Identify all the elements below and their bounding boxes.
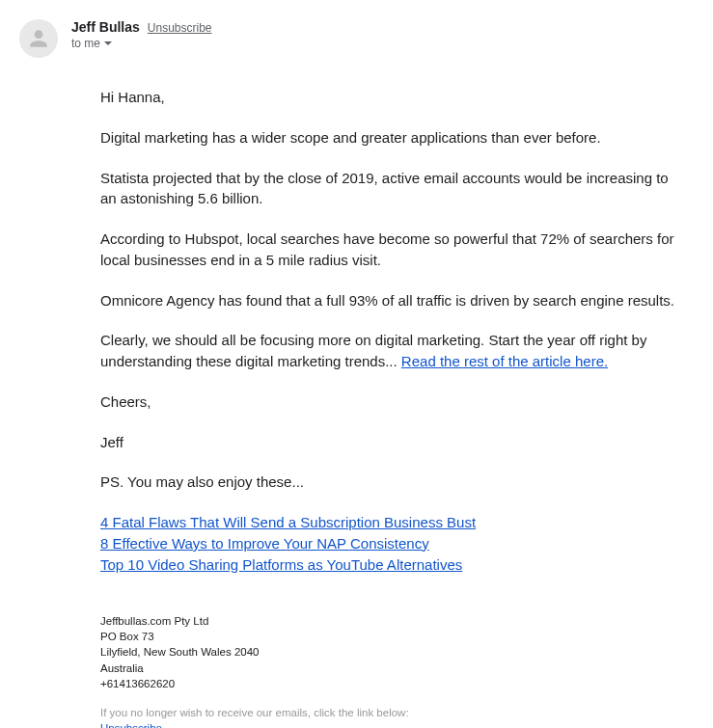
recipient-label: to me xyxy=(71,37,100,50)
footer: Jeffbullas.com Pty Ltd PO Box 73 Lilyfie… xyxy=(100,613,684,728)
paragraph-4: Omnicore Agency has found that a full 93… xyxy=(100,290,684,311)
paragraph-2: Statista projected that by the close of … xyxy=(100,168,684,210)
footer-pobox: PO Box 73 xyxy=(100,629,684,644)
sender-avatar[interactable] xyxy=(19,19,58,58)
person-icon xyxy=(26,26,51,51)
footer-city: Lilyfield, New South Wales 2040 xyxy=(100,644,684,660)
paragraph-1: Digital marketing has a wider scope and … xyxy=(100,127,684,148)
ps-link-2[interactable]: 8 Effective Ways to Improve Your NAP Con… xyxy=(100,533,684,554)
paragraph-3: According to Hubspot, local searches hav… xyxy=(100,229,684,271)
footer-country: Australia xyxy=(100,661,684,676)
signoff: Cheers, xyxy=(100,391,684,413)
sender-name: Jeff Bullas xyxy=(71,19,140,35)
chevron-down-icon xyxy=(104,41,112,45)
paragraph-5: Clearly, we should all be focusing more … xyxy=(100,330,684,372)
ps-intro: PS. You may also enjoy these... xyxy=(100,472,684,493)
recipient-line[interactable]: to me xyxy=(71,37,713,50)
ps-links: 4 Fatal Flaws That Will Send a Subscript… xyxy=(100,512,684,575)
unsubscribe-link-top[interactable]: Unsubscribe xyxy=(148,21,212,35)
email-body: Hi Hanna, Digital marketing has a wider … xyxy=(100,87,713,728)
ps-link-1[interactable]: 4 Fatal Flaws That Will Send a Subscript… xyxy=(100,512,684,533)
signature: Jeff xyxy=(100,432,684,453)
footer-phone: +61413662620 xyxy=(100,676,684,691)
footer-note: If you no longer wish to receive our ema… xyxy=(100,705,684,720)
email-header: Jeff Bullas Unsubscribe to me xyxy=(19,19,713,58)
read-more-link[interactable]: Read the rest of the article here. xyxy=(401,353,608,369)
sender-line: Jeff Bullas Unsubscribe xyxy=(71,19,713,35)
greeting: Hi Hanna, xyxy=(100,87,684,108)
footer-company: Jeffbullas.com Pty Ltd xyxy=(100,613,684,629)
sender-info: Jeff Bullas Unsubscribe to me xyxy=(71,19,713,50)
footer-unsubscribe-link[interactable]: Unsubscribe xyxy=(100,722,162,728)
ps-link-3[interactable]: Top 10 Video Sharing Platforms as YouTub… xyxy=(100,554,684,576)
